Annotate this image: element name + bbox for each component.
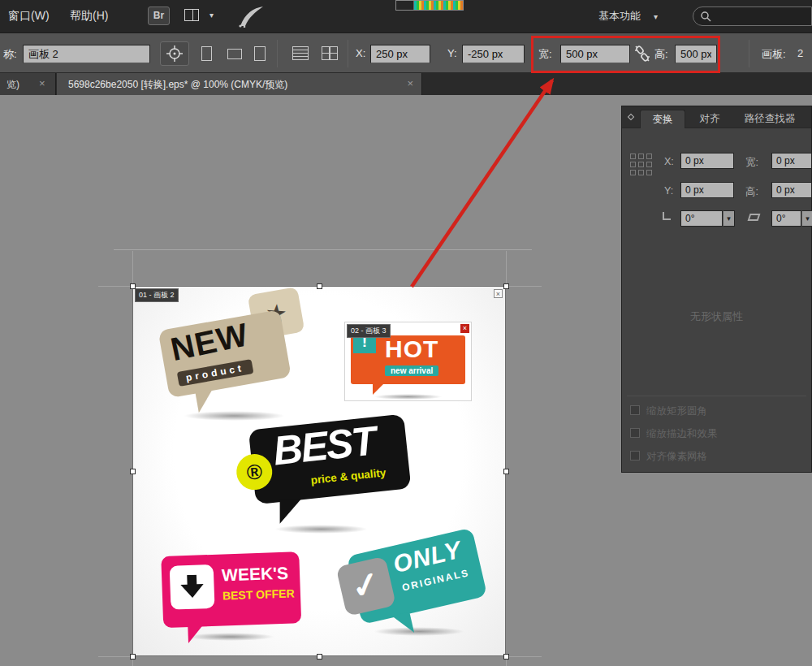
chevron-down-icon: ▾ [209, 11, 214, 19]
artboard-name-tag[interactable]: 01 - 画板 2 [135, 288, 179, 302]
tab-transform[interactable]: 变换 [640, 110, 685, 128]
separator [749, 40, 749, 67]
speech-bubble: BEST price & quality [248, 414, 412, 505]
sticker-subtitle: new arrival [385, 365, 438, 376]
height-label: 高: [654, 47, 668, 62]
artboard-close-icon[interactable]: × [494, 289, 503, 298]
x-input[interactable] [370, 45, 430, 63]
arrow-badge [170, 564, 215, 610]
mini-strip-handle [396, 1, 414, 10]
artboard-close-icon[interactable]: × [460, 324, 469, 333]
down-arrow-icon [178, 574, 206, 599]
crop-mark [506, 659, 507, 666]
tab-label: 览) [6, 78, 19, 92]
bridge-button[interactable]: Br [148, 6, 170, 25]
rotate-input[interactable] [680, 210, 723, 227]
panel-y-input[interactable] [680, 182, 734, 198]
tab-pathfinder[interactable]: 路径查找器 [734, 110, 806, 128]
selection-handle[interactable] [130, 654, 136, 660]
panel-width-input[interactable] [771, 153, 812, 169]
artboard-name-tag[interactable]: 02 - 画板 3 [347, 324, 391, 338]
width-input[interactable] [560, 45, 630, 63]
crop-mark [506, 251, 507, 283]
separator [277, 40, 278, 67]
chevron-down-icon: ▾ [654, 12, 658, 21]
artboard-page-icon[interactable] [254, 46, 266, 61]
search-input[interactable] [715, 9, 806, 24]
artboard-reference-button[interactable] [160, 41, 189, 66]
close-icon[interactable]: × [407, 77, 413, 89]
bubble-tail [373, 384, 383, 395]
artboard-control-bar: 称: X: Y: 宽: 高: [0, 32, 812, 73]
checkbox-label: 缩放矩形圆角 [646, 404, 707, 418]
rotate-angle-icon [663, 212, 671, 220]
align-pixel-grid-checkbox[interactable] [630, 451, 640, 461]
panel-x-label: X: [664, 156, 674, 167]
panel-cycle-icon[interactable] [628, 114, 634, 120]
document-tab-active[interactable]: 5698c26be2050 [转换].eps* @ 100% (CMYK/预览)… [57, 73, 422, 95]
bubble-tail [188, 625, 204, 643]
width-label: 宽: [538, 47, 552, 62]
artboard-name-input[interactable] [23, 45, 150, 63]
link-dimensions-icon[interactable] [634, 44, 650, 63]
selection-handle[interactable] [317, 654, 322, 660]
menu-help[interactable]: 帮助(H) [70, 9, 108, 24]
chevron-down-icon[interactable]: ▾ [801, 210, 812, 227]
selection-handle[interactable] [503, 283, 509, 289]
sticker-title: WEEK'S [222, 564, 289, 586]
sticker-best[interactable]: BEST price & quality ® [228, 402, 423, 547]
crop-mark [509, 286, 542, 287]
sticker-hot[interactable]: ! HOT new arrival [351, 335, 465, 384]
close-icon[interactable]: × [39, 77, 45, 89]
document-tab-bar: 览) × 5698c26be2050 [转换].eps* @ 100% (CMY… [0, 73, 812, 95]
panel-height-label: 高: [745, 185, 758, 199]
chevron-down-icon[interactable]: ▾ [723, 210, 735, 227]
selection-handle[interactable] [503, 469, 509, 474]
selection-handle[interactable] [130, 469, 136, 474]
checkbox-label: 缩放描边和效果 [646, 427, 718, 441]
search-box[interactable] [693, 6, 812, 26]
sticker-title: BEST [271, 417, 378, 475]
selection-handle[interactable] [130, 283, 136, 289]
tab-label: 5698c26be2050 [转换].eps* @ 100% (CMYK/预览) [68, 78, 287, 92]
selection-handle[interactable] [503, 654, 509, 660]
workspace-switcher[interactable]: 基本功能▾ [598, 9, 658, 24]
illustrator-window: 窗口(W) 帮助(H) Br ▾ 基本功能▾ 称: [0, 0, 812, 666]
artboard-presets-icon[interactable] [322, 46, 338, 60]
selection-handle[interactable] [317, 283, 322, 289]
x-label: X: [356, 47, 365, 59]
panel-height-input[interactable] [771, 182, 812, 198]
y-input[interactable] [462, 45, 525, 63]
artboard-options-icon[interactable] [292, 46, 309, 60]
mini-strip-bars [414, 1, 463, 10]
bubble-tail [195, 389, 216, 413]
scale-corners-checkbox[interactable] [630, 405, 640, 415]
separator [348, 40, 348, 67]
tab-align[interactable]: 对齐 [692, 110, 728, 128]
crop-mark [132, 251, 133, 283]
shear-angle-icon [748, 214, 761, 221]
crop-mark [98, 286, 131, 287]
scale-strokes-checkbox[interactable] [630, 428, 640, 438]
checkmark-badge: ✓ [336, 556, 396, 616]
reference-point-locator[interactable] [630, 154, 652, 175]
feather-icon [237, 5, 265, 28]
speech-bubble: WEEK'S BEST OFFER [161, 551, 301, 628]
sticker-weeks-offer[interactable]: WEEK'S BEST OFFER [159, 547, 309, 645]
shear-input[interactable] [771, 210, 801, 227]
panel-width-label: 宽: [745, 156, 758, 170]
artboard-count-label: 画板: [762, 47, 786, 62]
panel-x-input[interactable] [680, 153, 734, 169]
separator [627, 396, 806, 396]
landscape-orientation-icon[interactable] [227, 49, 242, 59]
sticker-subtitle: BEST OFFER [222, 586, 295, 602]
arrange-documents-button[interactable]: ▾ [184, 8, 214, 23]
crop-mark [98, 656, 131, 657]
artboard-3[interactable]: 02 - 画板 3 × ! HOT new arrival [345, 322, 471, 400]
menu-window[interactable]: 窗口(W) [8, 9, 50, 24]
panel-y-label: Y: [664, 185, 673, 197]
portrait-orientation-icon[interactable] [201, 46, 212, 61]
speech-bubble: ✓ ONLY ORIGINALS [347, 528, 487, 625]
document-tab-partial[interactable]: 览) × [0, 73, 56, 95]
height-input[interactable] [675, 45, 717, 63]
